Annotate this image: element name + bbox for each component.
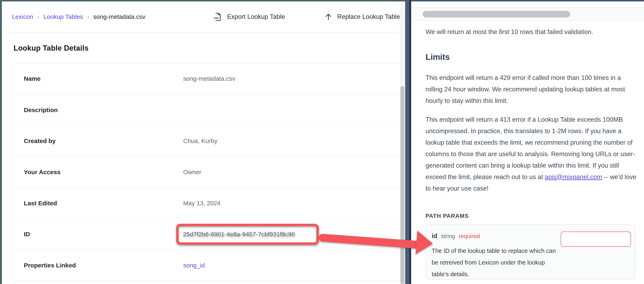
breadcrumb-lexicon[interactable]: Lexicon	[12, 13, 33, 20]
app-frame-top-edge	[0, 0, 411, 1]
id-annotation-highlight-box: 25d7f2b6-6901-4e8a-9457-7cbf931f8c90	[176, 224, 319, 245]
row-label: Your Access	[24, 169, 60, 176]
table-row-id: ID 25d7f2b6-6901-4e8a-9457-7cbf931f8c90	[12, 219, 400, 250]
table-row-name: Name song-metadata.csv	[12, 63, 400, 94]
breadcrumb-lookup-tables[interactable]: Lookup Tables	[43, 13, 83, 20]
lookup-table-id-value: 25d7f2b6-6901-4e8a-9457-7cbf931f8c90	[183, 231, 295, 238]
param-id-input[interactable]	[560, 232, 631, 247]
limits-paragraph-1: This endpoint will return a 429 error if…	[426, 72, 636, 107]
row-label: Properties Linked	[24, 262, 76, 269]
limits-heading: Limits	[426, 52, 450, 62]
row-value: song-metadata.csv	[183, 75, 235, 82]
row-label: Created by	[24, 138, 56, 144]
replace-button-label: Replace Lookup Table	[337, 13, 400, 20]
csv-file-icon: csv	[213, 12, 222, 21]
table-row-your-access: Your Access Owner	[12, 156, 400, 187]
table-row-description: Description	[12, 94, 400, 125]
api-docs-panel: We will return at most the first 10 rows…	[411, 1, 644, 284]
param-header: id string required	[432, 232, 480, 240]
param-type: string	[441, 233, 455, 240]
docs-frame-top-edge	[411, 0, 644, 1]
docs-horizontal-scrollbar-track[interactable]	[411, 7, 644, 21]
row-value: May 13, 2024	[183, 200, 220, 207]
replace-lookup-table-button[interactable]: Replace Lookup Table	[324, 2, 400, 32]
path-params-section-label: PATH PARAMS	[426, 213, 468, 219]
breadcrumb-current-file: song-metadata.csv	[93, 13, 145, 20]
row-label: Name	[24, 75, 41, 82]
arrow-up-icon	[324, 12, 333, 21]
export-button-label: Export Lookup Table	[227, 13, 285, 20]
row-value: Chua, Kurby	[183, 138, 218, 144]
row-label: ID	[24, 231, 30, 238]
docs-intro-text: We will return at most the first 10 rows…	[426, 26, 639, 38]
app-frame-left-edge	[0, 0, 2, 284]
breadcrumb-separator: ›	[87, 13, 89, 20]
mixpanel-email-link[interactable]: apis@mixpanel.com	[545, 173, 602, 180]
path-param-card: id string required The ID of the lookup …	[426, 224, 636, 280]
row-label: Description	[24, 107, 58, 114]
row-value: Owner	[183, 169, 201, 176]
annotation-arrow-head	[416, 231, 434, 256]
limits-paragraph-2: This endpoint will return a 413 error if…	[426, 114, 638, 194]
docs-horizontal-scrollbar-thumb[interactable]	[422, 11, 570, 17]
panel-header: Lexicon › Lookup Tables › song-metadata.…	[2, 2, 400, 32]
table-row-last-edited: Last Edited May 13, 2024	[12, 187, 400, 219]
limits-paragraph-2-text: This endpoint will return a 413 error if…	[426, 116, 635, 180]
breadcrumb: Lexicon › Lookup Tables › song-metadata.…	[12, 2, 146, 32]
svg-text:csv: csv	[214, 16, 219, 19]
param-description: The ID of the lookup table to replace wh…	[432, 245, 563, 280]
page-title: Lookup Table Details	[14, 44, 88, 52]
details-table: Name song-metadata.csv Description Creat…	[12, 63, 400, 281]
table-row-properties-linked: Properties Linked song_id	[12, 250, 400, 281]
table-row-created-by: Created by Chua, Kurby	[12, 125, 400, 156]
linked-property-link[interactable]: song_id	[183, 262, 205, 269]
param-required-badge: required	[459, 233, 480, 240]
left-panel-scrollbar-thumb[interactable]	[400, 86, 404, 284]
row-label: Last Edited	[24, 200, 57, 207]
export-lookup-table-button[interactable]: csv Export Lookup Table	[213, 2, 285, 32]
breadcrumb-separator: ›	[37, 13, 39, 20]
